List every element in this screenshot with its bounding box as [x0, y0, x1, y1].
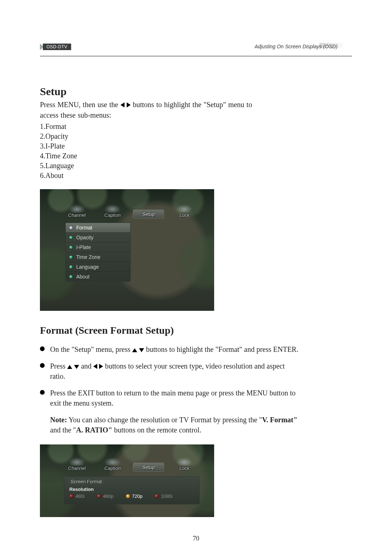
right-arrow-icon: [99, 364, 103, 369]
tab-label: Setup: [142, 464, 155, 470]
list-item: 4.Time Zone: [40, 151, 301, 161]
tab-setup[interactable]: Setup: [133, 463, 164, 472]
tab-label: Lock: [179, 212, 189, 218]
bullet-icon: [69, 275, 73, 278]
intro-text-a: Press MENU, then use the: [40, 101, 121, 109]
down-arrow-icon: [74, 365, 79, 369]
page-header: OSD-DTV Adjusting On Screen Displays (OS…: [40, 44, 352, 54]
list-item: 6.About: [40, 171, 301, 180]
left-arrow-icon: [121, 102, 124, 107]
option-label: 1080i: [161, 493, 172, 499]
tab-label: Lock: [179, 465, 189, 471]
header-right-label: Adjusting On Screen Displays (OSD): [254, 44, 338, 49]
list-item: Press and buttons to select your screen …: [40, 361, 301, 381]
menu-item-label: Format: [76, 225, 92, 231]
option-1080i[interactable]: 1080i: [155, 493, 172, 499]
manual-page: OSD-DTV Adjusting On Screen Displays (OS…: [40, 44, 352, 517]
osd-tabs: Channel Caption Setup Lock: [62, 458, 200, 472]
note-text: You can also change the resolution or TV…: [67, 416, 262, 424]
list-item: 3.I-Plate: [40, 141, 301, 151]
option-label: 480p: [103, 493, 114, 499]
cloud-icon: [176, 458, 193, 465]
tab-channel[interactable]: Channel: [62, 458, 92, 472]
menu-item-opacity[interactable]: Opacity: [66, 232, 130, 242]
note-vformat: V. Format": [262, 416, 297, 424]
cloud-icon: [104, 458, 121, 465]
osd-screenshot-screen-format: Channel Caption Setup Lock Screen Format…: [40, 444, 214, 517]
setup-intro-line1: Press MENU, then use the buttons to high…: [40, 100, 301, 110]
format-heading: Format (Screen Format Setup): [40, 325, 301, 336]
tab-label: Channel: [68, 212, 86, 218]
cloud-icon: [69, 204, 85, 212]
note-aratio: A. RATIO": [76, 426, 112, 434]
bullet-icon: [69, 265, 73, 269]
tab-caption[interactable]: Caption: [97, 458, 128, 472]
menu-item-label: About: [76, 274, 90, 280]
header-tag: OSD-DTV: [40, 44, 71, 50]
radio-icon: [97, 494, 101, 498]
resolution-label: Resolution: [69, 487, 195, 492]
step-text: Press the EXIT button to return to the m…: [50, 389, 295, 407]
step-text: Press: [50, 362, 67, 370]
option-480p[interactable]: 480p: [97, 493, 114, 499]
step-text: On the "Setup" menu, press: [50, 345, 132, 353]
down-arrow-icon: [139, 348, 144, 352]
page-content: Setup Press MENU, then use the buttons t…: [40, 85, 301, 517]
bullet-icon: [69, 236, 73, 239]
up-arrow-icon: [67, 365, 72, 369]
list-item: On the "Setup" menu, press buttons to hi…: [40, 344, 301, 354]
tab-channel[interactable]: Channel: [62, 204, 92, 219]
menu-item-timezone[interactable]: Time Zone: [66, 252, 130, 262]
bullet-icon: [69, 256, 73, 259]
step-text: and: [81, 362, 93, 370]
menu-item-language[interactable]: Language: [66, 262, 130, 272]
radio-icon: [126, 494, 130, 498]
tab-label: Channel: [68, 465, 86, 471]
tab-lock[interactable]: Lock: [169, 458, 200, 472]
page-number: 70: [0, 535, 392, 542]
list-item: 1.Format: [40, 122, 301, 131]
header-rule: [40, 56, 352, 56]
option-720p[interactable]: 720p: [126, 493, 143, 499]
cloud-icon: [104, 204, 121, 212]
tab-caption[interactable]: Caption: [97, 204, 128, 219]
tab-label: Caption: [105, 465, 121, 471]
right-arrow-icon: [127, 102, 131, 107]
note-text: buttons on the remote control.: [112, 426, 201, 434]
radio-icon: [155, 494, 159, 498]
setup-intro-line2: access these sub-menus:: [40, 110, 301, 120]
menu-item-iplate[interactable]: I-Plate: [66, 242, 130, 252]
format-note: Note: You can also change the resolution…: [40, 415, 301, 435]
tab-setup[interactable]: Setup: [133, 210, 164, 219]
list-item: 2.Opacity: [40, 131, 301, 141]
bullet-icon: [69, 246, 73, 249]
resolution-options: 480i 480p 720p 1080i: [69, 493, 195, 499]
setup-submenu-list: 1.Format 2.Opacity 3.I-Plate 4.Time Zone…: [40, 122, 301, 180]
list-item: Press the EXIT button to return to the m…: [40, 388, 301, 408]
option-label: 720p: [132, 493, 143, 499]
bullet-icon: [69, 226, 73, 229]
format-steps: On the "Setup" menu, press buttons to hi…: [40, 344, 301, 408]
option-480i[interactable]: 480i: [69, 493, 85, 499]
menu-item-label: Time Zone: [76, 254, 100, 260]
cloud-icon: [176, 204, 193, 212]
setup-menu-panel: Format Opacity I-Plate Time Zone Languag…: [65, 223, 131, 282]
menu-item-about[interactable]: About: [66, 272, 130, 281]
cloud-icon: [69, 458, 85, 465]
menu-item-label: I-Plate: [76, 244, 91, 250]
menu-item-label: Opacity: [76, 235, 93, 240]
radio-icon: [69, 494, 73, 498]
osd-tabs: Channel Caption Setup Lock: [62, 204, 200, 219]
header-tag-label: OSD-DTV: [43, 44, 71, 50]
setup-heading: Setup: [40, 85, 301, 98]
menu-item-format[interactable]: Format: [66, 223, 130, 232]
tab-lock[interactable]: Lock: [169, 204, 200, 219]
left-arrow-icon: [93, 364, 97, 369]
option-label: 480i: [75, 493, 85, 499]
up-arrow-icon: [132, 348, 137, 352]
list-item: 5.Language: [40, 161, 301, 171]
menu-item-label: Language: [76, 264, 99, 270]
screen-format-panel: Screen Format Resolution 480i 480p 720p …: [64, 476, 200, 504]
intro-text-b: buttons to highlight the "Setup" menu to: [133, 101, 252, 109]
note-text: and the ": [50, 426, 76, 434]
